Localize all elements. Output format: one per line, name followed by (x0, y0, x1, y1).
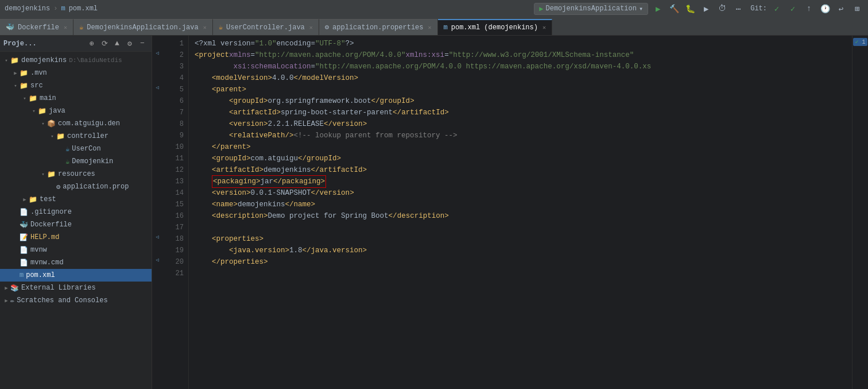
title-icon: m (61, 5, 65, 13)
tab-dockerfile-close[interactable]: ✕ (64, 24, 67, 31)
code-line-6[interactable]: <groupId>org.springframework.boot</group… (195, 95, 852, 107)
tab-pomxml-label: pom.xml (demojenkins) (451, 24, 538, 32)
project-name: demojenkins (5, 5, 50, 13)
code-line-21[interactable] (195, 268, 852, 279)
run-config-button[interactable]: ▶ DemojenkinsApplication ▾ (534, 3, 648, 15)
test-folder-icon: 📁 (29, 195, 37, 204)
tree-item-demojenkins[interactable]: ▾ 📁 demojenkins D:\BaiduNetdis (0, 54, 152, 67)
tab-dockerfile-label: Dockerfile (18, 24, 59, 32)
window-button[interactable]: ⊞ (851, 2, 863, 15)
tabs-bar: 🐳 Dockerfile ✕ ☕ DemojenkinsApplication.… (0, 17, 868, 36)
undo-button[interactable]: ↩ (835, 2, 847, 15)
mvnw-icon: 📄 (20, 246, 28, 255)
tree-item-mvnw[interactable]: 📄 mvnw (0, 244, 152, 256)
tree-item-src[interactable]: ▾ 📁 src (0, 79, 152, 92)
gutter-slot-16 (152, 208, 162, 219)
tab-pomxml[interactable]: m pom.xml (demojenkins) ✕ (438, 19, 552, 35)
tab-usercontroller[interactable]: ☕ UserController.java ✕ (213, 19, 319, 35)
build-button[interactable]: 🔨 (668, 2, 680, 15)
git-history-icon[interactable]: 🕐 (819, 2, 831, 15)
gutter-slot-11 (152, 151, 162, 162)
tree-item-gitignore[interactable]: 📄 .gitignore (0, 206, 152, 218)
code-area[interactable]: <?xml version="1.0" encoding="UTF-8"?><p… (189, 36, 852, 389)
line-number-20: 20 (162, 256, 184, 268)
run-button[interactable]: ▶ (652, 2, 664, 15)
code-line-4[interactable]: <modelVersion>4.0.0</modelVersion> (195, 72, 852, 84)
gutter-slot-15 (152, 197, 162, 208)
gutter-icons: ◁ ◁ ◁ ◁ (152, 36, 162, 389)
add-module-button[interactable]: ⊕ (86, 38, 98, 49)
settings-button[interactable]: ⚙ (124, 38, 135, 49)
code-line-18[interactable]: <properties> (195, 233, 852, 245)
code-line-9[interactable]: <relativePath/> <!-- lookup parent from … (195, 130, 852, 141)
tab-demojenkinsapp-label: DemojenkinsApplication.java (87, 24, 198, 32)
xml-icon: m (20, 271, 24, 279)
sidebar-tree: ▾ 📁 demojenkins D:\BaiduNetdis ▶ 📁 .mvn … (0, 52, 152, 389)
code-line-15[interactable]: <name>demojenkins</name> (195, 199, 852, 210)
tab-demojenkinsapp[interactable]: ☕ DemojenkinsApplication.java ✕ (73, 19, 213, 35)
code-line-20[interactable]: </properties> (195, 256, 852, 268)
tree-item-help[interactable]: 📝 HELP.md (0, 231, 152, 244)
tree-item-mvn[interactable]: ▶ 📁 .mvn (0, 67, 152, 79)
tab-demojenkinsapp-icon: ☕ (79, 23, 83, 32)
git-push-icon[interactable]: ✓ (786, 2, 799, 15)
tab-pomxml-close[interactable]: ✕ (542, 24, 546, 31)
line-number-6: 6 (162, 95, 184, 107)
sync-button[interactable]: ⟳ (99, 38, 110, 49)
tree-item-test[interactable]: ▶ 📁 test (0, 193, 152, 206)
tree-item-dockerfile[interactable]: 🐳 Dockerfile (0, 218, 152, 231)
code-line-14[interactable]: <version>0.0.1-SNAPSHOT</version> (195, 187, 852, 199)
code-line-3[interactable]: xsi:schemaLocation="http://maven.apache.… (195, 61, 852, 72)
main-layout: Proje... ⊕ ⟳ ▲ ⚙ − ▾ 📁 demojenkins D:\Ba… (0, 36, 868, 389)
run-config-label: DemojenkinsApplication (546, 5, 637, 13)
code-line-12[interactable]: <artifactId>demojenkins</artifactId> (195, 164, 852, 176)
gutter-slot-21 (152, 265, 162, 277)
code-line-13[interactable]: <packaging>jar</packaging> (195, 176, 852, 187)
code-line-10[interactable]: </parent> (195, 141, 852, 153)
folder-icon: 📁 (10, 56, 19, 65)
package-icon: 📦 (47, 120, 56, 128)
code-line-5[interactable]: <parent> (195, 84, 852, 95)
gutter-slot-18: ◁ (152, 231, 162, 242)
code-line-16[interactable]: <description>Demo project for Spring Boo… (195, 210, 852, 222)
gutter-slot-14 (152, 185, 162, 197)
line-number-15: 15 (162, 199, 184, 210)
tree-item-resources[interactable]: ▾ 📁 resources (0, 168, 152, 180)
more-button[interactable]: ⋯ (732, 2, 745, 15)
code-line-8[interactable]: <version>2.2.1.RELEASE</version> (195, 118, 852, 130)
tree-item-java[interactable]: ▾ 📁 java (0, 105, 152, 117)
tree-item-main[interactable]: ▾ 📁 main (0, 92, 152, 105)
code-line-19[interactable]: <java.version>1.8</java.version> (195, 245, 852, 256)
code-line-11[interactable]: <groupId>com.atguigu</groupId> (195, 153, 852, 164)
tab-demojenkinsapp-close[interactable]: ✕ (203, 24, 207, 31)
tab-appprops-close[interactable]: ✕ (428, 24, 432, 31)
debug-button[interactable]: 🐛 (684, 2, 696, 15)
gutter-slot-4 (152, 70, 162, 82)
line-number-18: 18 (162, 233, 184, 245)
tree-item-scratches[interactable]: ▶ ✏️ Scratches and Consoles (0, 294, 152, 307)
tree-item-demojenkinsapp[interactable]: ☕ Demojenkin (0, 155, 152, 168)
title-file: pom.xml (69, 5, 98, 13)
code-line-2[interactable]: <project xmlns="http://maven.apache.org/… (195, 49, 852, 61)
git-fetch-icon[interactable]: ↑ (803, 2, 815, 15)
tree-item-pomxml[interactable]: m pom.xml (0, 269, 152, 282)
tree-item-com-atguigu[interactable]: ▾ 📦 com.atguigu.den (0, 117, 152, 130)
code-line-7[interactable]: <artifactId>spring-boot-starter-parent</… (195, 107, 852, 118)
code-line-1[interactable]: <?xml version="1.0" encoding="UTF-8"?> (195, 38, 852, 49)
line-number-7: 7 (162, 107, 184, 118)
tab-usercontroller-close[interactable]: ✕ (309, 24, 313, 31)
git-commit-icon[interactable]: ✓ (770, 2, 783, 15)
minimize-button[interactable]: − (137, 38, 148, 49)
tree-item-appprops[interactable]: ⚙ application.prop (0, 180, 152, 193)
tree-item-external-libraries[interactable]: ▶ 📚 External Libraries (0, 282, 152, 294)
line-number-2: 2 (162, 49, 184, 61)
tree-item-controller[interactable]: ▾ 📁 controller (0, 130, 152, 142)
tree-item-usercontroller[interactable]: ☕ UserCon (0, 142, 152, 155)
tab-appprops[interactable]: ⚙ application.properties ✕ (319, 19, 438, 35)
code-line-17[interactable] (195, 222, 852, 233)
tab-dockerfile[interactable]: 🐳 Dockerfile ✕ (0, 19, 73, 35)
collapse-button[interactable]: ▲ (111, 38, 123, 49)
profile-button[interactable]: ⏱ (716, 2, 728, 15)
tree-item-mvnw-cmd[interactable]: 📄 mvnw.cmd (0, 256, 152, 269)
coverage-button[interactable]: ▶ (700, 2, 712, 15)
